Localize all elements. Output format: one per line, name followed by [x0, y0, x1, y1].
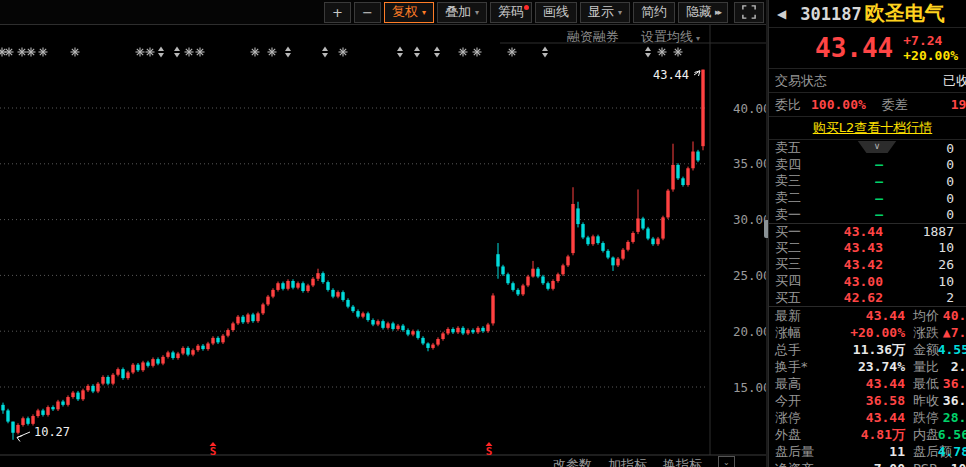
buy-level-row[interactable]: 买三43.4226: [769, 256, 966, 273]
draw-line-button[interactable]: 画线: [535, 2, 577, 23]
level-label: 卖一: [775, 206, 815, 224]
chevron-down-icon: ▾: [475, 8, 479, 17]
stat-value: 36.58: [831, 393, 905, 408]
trade-status-label: 交易状态: [775, 72, 827, 90]
stat-value: 4.81万: [831, 426, 905, 444]
sell-level-row[interactable]: 卖三—0: [769, 173, 966, 190]
zoom-in-button[interactable]: +: [324, 2, 351, 23]
svg-text:40.00: 40.00: [733, 101, 768, 116]
level-price: 43.42: [815, 257, 883, 272]
level-price: 43.43: [815, 240, 883, 255]
stat-value: +20.00%: [831, 325, 905, 340]
level-label: 买三: [775, 255, 815, 273]
svg-text:30.00: 30.00: [733, 212, 768, 227]
stat-label: 量比: [913, 358, 939, 376]
stat-value: 10.5: [951, 461, 966, 467]
svg-text:S: S: [486, 445, 493, 458]
ma-settings-link[interactable]: 设置均线▾: [641, 28, 700, 46]
stat-label: 总手: [775, 341, 831, 359]
stat-row: 盘后量11盘后额4.78万: [769, 443, 966, 460]
sell-level-row[interactable]: 卖二—0: [769, 190, 966, 207]
svg-text:15.00: 15.00: [733, 380, 768, 395]
level-volume: 0: [883, 174, 966, 189]
stat-value: 36.21: [943, 376, 966, 391]
stat-label: 最低: [913, 375, 939, 393]
display-button[interactable]: 显示▾: [580, 2, 630, 23]
stat-label: 涨幅: [775, 324, 831, 342]
svg-text:20.00: 20.00: [733, 324, 768, 339]
stock-code: 301187: [800, 4, 861, 24]
overlay-button[interactable]: 叠加▾: [437, 2, 487, 23]
stat-label: 内盘: [913, 426, 939, 444]
double-arrow-icon: ▸▸: [715, 7, 720, 17]
level-label: 买五: [775, 289, 815, 307]
fullscreen-button[interactable]: [734, 2, 764, 23]
buy-level-row[interactable]: 买一43.441887: [769, 223, 966, 240]
quote-panel: ◀ 301187 欧圣电气 43.44 +7.24 +20.00% 交易状态 已…: [768, 0, 966, 467]
buy-level-row[interactable]: 买五42.622: [769, 289, 966, 306]
switch-indicator-link[interactable]: 换指标: [663, 456, 702, 467]
l2-purchase-link[interactable]: 购买L2查看十档行情: [769, 117, 966, 140]
price-block: 43.44 +7.24 +20.00%: [769, 28, 966, 69]
level-volume: 1887: [883, 224, 966, 239]
stat-row: 外盘4.81万内盘6.56万: [769, 426, 966, 443]
sell-level-row[interactable]: 卖一—0: [769, 206, 966, 223]
level-volume: 10: [883, 274, 966, 289]
stat-row: 涨幅+20.00%涨跌▲7.24: [769, 324, 966, 341]
stat-row: 总手11.36万金额4.55亿: [769, 341, 966, 358]
sell-level-row[interactable]: 卖四—0: [769, 157, 966, 174]
stat-value: 43.44: [831, 410, 905, 425]
level-price: 43.44: [815, 224, 883, 239]
stat-value: 4.78万: [938, 443, 966, 461]
add-indicator-link[interactable]: 加指标: [608, 456, 647, 467]
stat-label: 净资产: [775, 460, 831, 467]
price-change-block: +7.24 +20.00%: [903, 33, 958, 63]
svg-text:25.00: 25.00: [733, 268, 768, 283]
chips-button[interactable]: 筹码: [490, 2, 532, 23]
indicator-dropdown[interactable]: ⌄: [718, 456, 735, 467]
adjust-mode-button[interactable]: 复权▾: [384, 2, 434, 23]
weicha-value: 1935: [951, 97, 966, 112]
zoom-out-button[interactable]: −: [354, 2, 381, 23]
stat-label: 盘后量: [775, 443, 831, 461]
hide-button[interactable]: 隐藏▸▸: [678, 2, 728, 23]
chevron-down-icon: ▾: [422, 8, 426, 17]
price-change-percent: +20.00%: [903, 48, 958, 63]
kline-svg[interactable]: 40.0035.0030.0025.0020.0015.00SS43.4410.…: [0, 25, 768, 467]
stat-label: 昨收: [913, 392, 939, 410]
level-price: —: [815, 174, 883, 189]
stat-row: 最新43.44均价40.29: [769, 307, 966, 324]
level-label: 买二: [775, 239, 815, 257]
back-icon[interactable]: ◀: [777, 7, 786, 21]
level-label: 卖四: [775, 156, 815, 174]
trade-status-row: 交易状态 已收盘: [769, 69, 966, 93]
level-label: 买四: [775, 272, 815, 290]
stock-name: 欧圣电气: [865, 0, 945, 27]
stat-label: 均价: [913, 307, 939, 325]
weicha-label: 委差: [882, 96, 908, 114]
level-price: —: [815, 207, 883, 222]
level-volume: 0: [883, 191, 966, 206]
margin-trading-link[interactable]: 融资融券: [567, 28, 619, 46]
simple-mode-button[interactable]: 简约: [633, 2, 675, 23]
weibi-row: 委比 100.00% 委差 1935: [769, 93, 966, 117]
chevron-down-icon: ▾: [618, 8, 622, 17]
edit-params-link[interactable]: 改参数: [553, 456, 592, 467]
level-label: 卖二: [775, 189, 815, 207]
stat-value: 2.35: [951, 359, 966, 374]
fullscreen-icon: [742, 5, 756, 19]
level-volume: 0: [883, 141, 966, 156]
trade-status-value: 已收盘: [943, 72, 966, 90]
svg-text:43.44: 43.44: [653, 68, 689, 82]
stat-row: 最高43.44最低36.21: [769, 375, 966, 392]
level-price: 42.62: [815, 290, 883, 305]
stat-value: 28.96: [943, 410, 966, 425]
buy-level-row[interactable]: 买四43.0010: [769, 273, 966, 290]
kline-chart-area[interactable]: 40.0035.0030.0025.0020.0015.00SS43.4410.…: [0, 25, 768, 467]
svg-text:35.00: 35.00: [733, 156, 768, 171]
buy-level-row[interactable]: 买二43.4310: [769, 240, 966, 257]
weibi-value: 100.00%: [811, 97, 866, 112]
level-price: —: [815, 191, 883, 206]
level-label: 卖三: [775, 172, 815, 190]
stat-label: PSR: [913, 461, 938, 467]
